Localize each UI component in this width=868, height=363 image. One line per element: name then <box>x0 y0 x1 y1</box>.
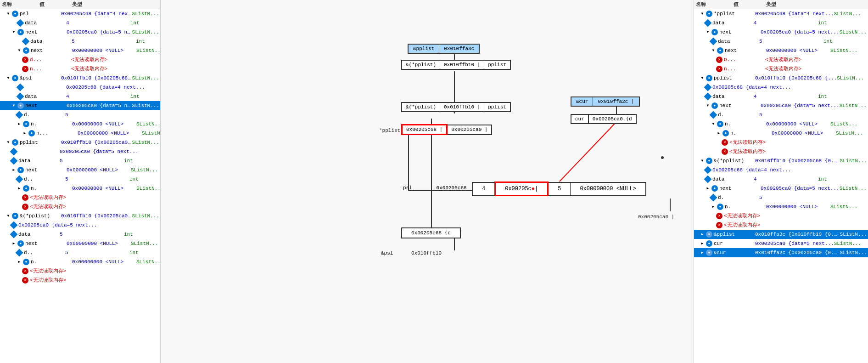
r-expand-pplist-top[interactable] <box>700 11 705 17</box>
value-pplist-data: 5 <box>60 157 124 165</box>
r-value-next1: 0x00205ca0 {data=5 next... <box>761 28 840 36</box>
expand-psl-next-next[interactable] <box>17 48 22 53</box>
tree-item-bpplist-n[interactable]: ● n. 0x00000000 <NULL> SListN... <box>0 257 160 267</box>
icon-pplist-err2: ✕ <box>22 204 28 210</box>
r-expand-bpplist[interactable] <box>700 158 705 164</box>
tree-item-bpsl-next-d: d. 5 <box>0 110 160 119</box>
expand-bpsl[interactable] <box>6 75 11 81</box>
expand-bpsl-n2[interactable] <box>22 130 28 136</box>
r-expand-bcur[interactable] <box>700 250 705 255</box>
r-type-next1: SListN... <box>840 28 867 36</box>
tree-item-bpsl-next-n2[interactable]: ● n... 0x00000000 <NULL> SListN... <box>0 129 160 138</box>
r-tree-item-bcur[interactable]: ● &cur 0x010ffa2c {0x00205ca0 {0... SLis… <box>694 248 868 257</box>
tree-item-pplist-next[interactable]: ● next 0x00000000 <NULL> SListN... <box>0 165 160 175</box>
r-expand-bpplist-n[interactable] <box>711 204 716 210</box>
tree-item-psl-data[interactable]: data 4 int <box>0 18 160 28</box>
r-tree-item-pplist2-d: d. 5 <box>694 110 868 119</box>
r-tree-item-pplist2[interactable]: ● pplist 0x010ffb10 {0x00205c68 {... SLi… <box>694 74 868 83</box>
r-tree-item-next1-next[interactable]: ● next 0x00000000 <NULL> SListN... <box>694 46 868 55</box>
tree-item-bpsl-data[interactable]: data 4 int <box>0 92 160 101</box>
expand-pplist-next[interactable] <box>11 167 17 173</box>
r-label-pplist2-next: next <box>719 102 761 110</box>
tree-item-bpsl-next[interactable]: ● next 0x00205ca0 {data=5 next... SListN… <box>0 101 160 110</box>
expand-bpsl-next-n[interactable] <box>17 121 22 127</box>
tree-item-psl[interactable]: ● psl 0x00205c68 {data=4 next... SListN.… <box>0 9 160 18</box>
r-tree-item-pplist2-n2[interactable]: ● n. 0x00000000 <NULL> SListN... <box>694 129 868 138</box>
r-tree-item-pplist2-n[interactable]: ● n. 0x00000000 <NULL> SListN... <box>694 119 868 129</box>
r-label-bpplist-data: data <box>712 175 754 183</box>
r-tree-item-err1: ✕ <无法读取内存> <box>694 138 868 147</box>
r-icon-pplist2-data <box>704 93 712 101</box>
r-label-pplist2: pplist <box>714 74 755 82</box>
r-tree-item-pplist-top[interactable]: ● *pplist 0x00205c68 {data=4 next... SLi… <box>694 9 868 18</box>
tree-item-bpsl-sub[interactable]: 0x00205c68 {data=4 next... <box>0 83 160 92</box>
label-psl-err2: n... <box>30 65 71 73</box>
r-icon-pplist2: ● <box>706 75 712 81</box>
pplist-name-cell: &pplist <box>409 45 439 53</box>
icon-pplist-n: ● <box>23 185 29 192</box>
r-value-err2: <无法读取内存> <box>729 147 766 156</box>
r-expand-next1-next[interactable] <box>711 48 716 53</box>
icon-bpplist-err2: ✕ <box>22 277 28 284</box>
r-tree-item-cur[interactable]: ● cur 0x00205ca0 {data=5 next... SListN.… <box>694 239 868 248</box>
expand-psl-next[interactable] <box>11 29 17 35</box>
r-label-next1: next <box>719 28 761 36</box>
tree-item-bpplist-next[interactable]: ● next 0x00000000 <NULL> SListN... <box>0 239 160 248</box>
label-pplist-next: next <box>25 166 67 174</box>
r-type-bcur: SListN... <box>840 249 867 257</box>
tree-item-psl-next-next[interactable]: ● next 0x00000000 <NULL> SListN... <box>0 46 160 55</box>
list-cell-data1: 4 <box>472 182 495 196</box>
tree-item-pplist-n[interactable]: ● n. 0x00000000 <NULL> SListN... <box>0 184 160 193</box>
r-tree-item-next1[interactable]: ● next 0x00205ca0 {data=5 next... SListN… <box>694 28 868 37</box>
r-type-data1: int <box>818 19 827 27</box>
r-tree-item-bpplist[interactable]: ● &(*pplist) 0x010ffb10 {0x00205c68 {0..… <box>694 156 868 165</box>
expand-bpplist[interactable] <box>6 213 11 219</box>
tree-item-psl-next-data[interactable]: data 5 int <box>0 37 160 46</box>
r-icon-pplist-top: ● <box>706 11 712 17</box>
visualization-panel[interactable]: 0x00205ca0 | &pplist 0x010ffa3c &(*pplis… <box>161 0 694 363</box>
cur-body-node: cur 0x00205ca0 {d <box>571 114 637 124</box>
r-expand-pplist2-next[interactable] <box>705 103 711 108</box>
right-debug-panel[interactable]: 名称 值 类型 ● *pplist 0x00205c68 {data=4 nex… <box>694 0 868 363</box>
left-debug-panel[interactable]: 名称 值 类型 ● psl 0x00205c68 {data=4 next...… <box>0 0 161 363</box>
tree-item-bpsl[interactable]: ● &psl 0x010ffb10 {0x00205c68 {... SList… <box>0 74 160 83</box>
r-tree-item-bpplist-next[interactable]: ● next 0x00205ca0 {data=5 next... SListN… <box>694 184 868 193</box>
type-pplist: SListN... <box>132 138 159 147</box>
r-icon-d1: ✕ <box>716 57 722 63</box>
r-value-pplist2-data: 4 <box>754 92 818 101</box>
r-expand-pplist2[interactable] <box>700 75 705 81</box>
value-bpplist-data: 5 <box>60 230 124 238</box>
r-icon-next1-next: ● <box>717 47 723 54</box>
tree-item-bpplist[interactable]: ● &(*pplist) 0x010ffb10 {0x00205ca0 {0..… <box>0 211 160 221</box>
r-expand-bpplist-next[interactable] <box>705 186 711 191</box>
icon-pplist: ● <box>12 139 18 146</box>
r-tree-item-bbpplist[interactable]: ● &pplist 0x010ffa3c {0x010ffb10 {0... S… <box>694 230 868 239</box>
r-tree-item-pplist2-next[interactable]: ● next 0x00205ca0 {data=5 next... SListN… <box>694 101 868 110</box>
type-bpplist-d: int <box>129 249 139 257</box>
expand-bpplist-n[interactable] <box>17 259 22 265</box>
expand-pplist-n[interactable] <box>17 186 22 191</box>
expand-psl-next-data <box>17 39 22 44</box>
expand-pplist[interactable] <box>6 140 11 145</box>
r-value-bpplist-next: 0x00205ca0 {data=5 next... <box>761 184 840 193</box>
r-expand-cur[interactable] <box>700 241 705 246</box>
expand-bpplist-next[interactable] <box>11 241 17 246</box>
value-psl-err1: <无法读取内存> <box>71 56 135 64</box>
r-expand-next1[interactable] <box>705 29 711 35</box>
tree-item-psl-next[interactable]: ● next 0x00205ca0 {data=5 next... SListN… <box>0 28 160 37</box>
expand-bpsl-next[interactable] <box>11 103 17 108</box>
icon-bpsl-next: ● <box>17 102 24 109</box>
tree-item-pplist[interactable]: ● pplist 0x010ffb10 {0x00205ca0 {0... SL… <box>0 138 160 147</box>
tree-item-bpsl-next-n[interactable]: ● n. 0x00000000 <NULL> SListN... <box>0 119 160 129</box>
r-expand-pplist2-n[interactable] <box>711 121 716 127</box>
r-expand-pplist2-n2[interactable] <box>716 130 722 136</box>
label-pplist: pplist <box>20 138 61 147</box>
expand-psl[interactable] <box>6 11 11 17</box>
r-expand-bbpplist[interactable] <box>700 232 705 237</box>
tree-item-psl-err1: ✕ d... <无法读取内存> <box>0 55 160 64</box>
label-bpsl-data: data <box>25 92 66 101</box>
r-tree-item-bpplist-n[interactable]: ● n. 0x00000000 <NULL> SListN... <box>694 202 868 211</box>
r-type-next1-data: int <box>823 37 833 45</box>
list-cell-data2: 5 <box>548 182 571 196</box>
tree-item-pplist-err2: ✕ <无法读取内存> <box>0 202 160 211</box>
